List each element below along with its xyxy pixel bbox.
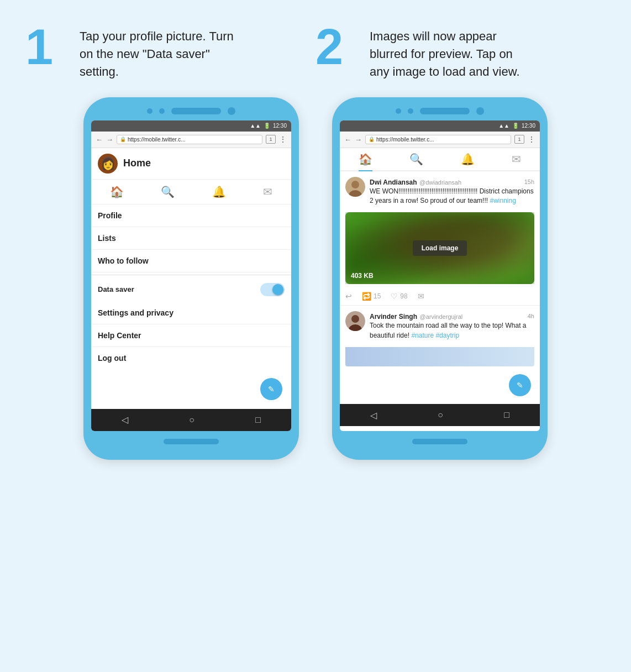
notifications-nav-icon: 🔔 bbox=[461, 153, 475, 166]
svg-point-1 bbox=[351, 181, 359, 188]
share-action[interactable]: ✉ bbox=[418, 292, 424, 301]
image-blur-overlay: Load image bbox=[345, 212, 534, 284]
menu-item-lists[interactable]: Lists bbox=[91, 227, 291, 250]
instruction-block-1: 1 Tap your profile picture. Turn on the … bbox=[25, 22, 316, 81]
nav-home[interactable]: 🏠 bbox=[359, 153, 372, 171]
menu-item-help[interactable]: Help Center bbox=[91, 324, 291, 347]
tweet-1-hashtag[interactable]: #winning bbox=[490, 197, 516, 204]
nav-search[interactable]: 🔍 bbox=[409, 153, 423, 170]
forward-arrow-2[interactable]: → bbox=[355, 135, 362, 144]
phone-2-home-indicator bbox=[412, 439, 467, 444]
phone-2-browser-bar: ← → 🔒 https://mobile.twitter.c... 1 ⋮ bbox=[340, 132, 540, 148]
lock-icon: 🔒 bbox=[120, 136, 126, 142]
phone-1-bottom-nav: ◁ ○ □ bbox=[91, 409, 291, 431]
tweet-2-meta: Arvinder Singh @arvindergujral 4h Took t… bbox=[370, 311, 534, 344]
data-saver-label: Data saver bbox=[98, 285, 134, 293]
tweet-1-meta: Dwi Andiansah @dwiadriansah 15h WE WON!!… bbox=[370, 177, 534, 210]
toggle-knob bbox=[272, 284, 283, 295]
browser-menu-icon[interactable]: ⋮ bbox=[279, 135, 287, 144]
tweet-1-handle: @dwiadriansah bbox=[419, 179, 461, 186]
home-nav-icon: 🏠 bbox=[359, 153, 372, 166]
back-arrow[interactable]: ← bbox=[96, 135, 103, 144]
phone-2-bottom-nav: ◁ ○ □ bbox=[340, 404, 540, 426]
menu-item-settings[interactable]: Settings and privacy bbox=[91, 302, 291, 324]
instruction-block-2: 2 Images will now appear blurred for pre… bbox=[316, 22, 606, 81]
menu-item-profile[interactable]: Profile bbox=[91, 204, 291, 227]
compose-icon-2: ✎ bbox=[517, 381, 523, 390]
share-icon: ✉ bbox=[418, 292, 424, 301]
phones-row: ▲▲ 🔋 12:30 ← → 🔒 https://mobile.twitter.… bbox=[25, 97, 606, 460]
phone-1: ▲▲ 🔋 12:30 ← → 🔒 https://mobile.twitter.… bbox=[83, 97, 299, 460]
compose-fab[interactable]: ✎ bbox=[260, 378, 282, 400]
home-label: Home bbox=[123, 158, 151, 169]
tweet-2-handle: @arvindergujral bbox=[419, 313, 462, 320]
phone-2-top-bar bbox=[340, 107, 540, 115]
menu-divider bbox=[91, 275, 291, 275]
menu-item-who-to-follow[interactable]: Who to follow bbox=[91, 250, 291, 272]
reply-action[interactable]: ↩ bbox=[345, 292, 352, 301]
recents-button[interactable]: □ bbox=[255, 415, 261, 425]
tweet-2-name: Arvinder Singh bbox=[370, 313, 417, 321]
url-text-2: https://mobile.twitter.c... bbox=[376, 136, 434, 143]
nav-icons-row: 🏠 🔍 🔔 ✉ bbox=[91, 180, 291, 204]
like-action[interactable]: ♡ 98 bbox=[391, 292, 407, 301]
compose-icon: ✎ bbox=[268, 385, 275, 393]
notifications-icon[interactable]: 🔔 bbox=[212, 185, 226, 198]
phone-1-speaker bbox=[171, 108, 221, 114]
data-saver-toggle[interactable] bbox=[260, 283, 285, 296]
messages-icon[interactable]: ✉ bbox=[263, 185, 272, 198]
tab-button[interactable]: 1 bbox=[266, 135, 276, 144]
step-text-1: Tap your profile picture. Turn on the ne… bbox=[80, 22, 245, 81]
tweet-1-avatar bbox=[345, 177, 365, 197]
menu-items: Profile Lists Who to follow Data saver S… bbox=[91, 204, 291, 369]
tweet-1: Dwi Andiansah @dwiadriansah 15h WE WON!!… bbox=[340, 171, 540, 306]
tweet-2-time: 4h bbox=[528, 313, 534, 319]
signal-icon-2: ▲▲ bbox=[498, 123, 509, 129]
messages-nav-icon: ✉ bbox=[512, 153, 521, 166]
battery-icon: 🔋 bbox=[264, 123, 270, 129]
forward-arrow[interactable]: → bbox=[106, 135, 113, 144]
step-number-2: 2 bbox=[316, 22, 360, 72]
tweet-2-text: Took the mountain road all the way to th… bbox=[370, 321, 534, 340]
retweet-action[interactable]: 🔁 15 bbox=[362, 292, 381, 301]
compose-fab-2[interactable]: ✎ bbox=[509, 374, 531, 396]
phone-1-dot-left bbox=[147, 108, 153, 114]
back-button-2[interactable]: ◁ bbox=[370, 410, 377, 421]
home-button-2[interactable]: ○ bbox=[438, 410, 443, 420]
recents-button-2[interactable]: □ bbox=[504, 410, 509, 420]
home-button[interactable]: ○ bbox=[189, 415, 194, 425]
svg-point-4 bbox=[351, 315, 359, 323]
tweet-1-image[interactable]: Load image 403 KB bbox=[345, 212, 534, 284]
search-icon[interactable]: 🔍 bbox=[161, 185, 175, 198]
phone-1-status-bar: ▲▲ 🔋 12:30 bbox=[91, 120, 291, 132]
retweet-count: 15 bbox=[374, 292, 381, 300]
instructions-row: 1 Tap your profile picture. Turn on the … bbox=[25, 22, 606, 81]
tweet-2: Arvinder Singh @arvindergujral 4h Took t… bbox=[340, 306, 540, 366]
load-image-button[interactable]: Load image bbox=[413, 240, 467, 256]
nav-messages[interactable]: ✉ bbox=[512, 153, 521, 170]
tweet-2-image-placeholder bbox=[345, 347, 534, 366]
user-avatar[interactable]: 👩 bbox=[98, 154, 118, 174]
tab-button-2[interactable]: 1 bbox=[514, 135, 524, 144]
back-button[interactable]: ◁ bbox=[122, 414, 128, 425]
back-arrow-2[interactable]: ← bbox=[344, 135, 351, 144]
home-icon[interactable]: 🏠 bbox=[110, 185, 124, 198]
lock-icon-2: 🔒 bbox=[369, 136, 375, 142]
tweet-2-hashtags[interactable]: #nature #daytrip bbox=[411, 332, 459, 339]
phone-2-speaker bbox=[420, 108, 470, 114]
url-bar[interactable]: 🔒 https://mobile.twitter.c... bbox=[117, 135, 262, 144]
phone-2-camera bbox=[476, 107, 484, 115]
search-nav-icon: 🔍 bbox=[409, 153, 423, 166]
nav-notifications[interactable]: 🔔 bbox=[461, 153, 475, 170]
sidebar-header: 👩 Home bbox=[91, 148, 291, 180]
browser-menu-icon-2[interactable]: ⋮ bbox=[528, 135, 535, 144]
like-count: 98 bbox=[400, 292, 407, 300]
menu-item-logout[interactable]: Log out bbox=[91, 347, 291, 369]
tweet-2-avatar bbox=[345, 311, 365, 331]
retweet-icon: 🔁 bbox=[362, 292, 371, 301]
phone-1-home-indicator bbox=[164, 439, 219, 444]
step-number-1: 1 bbox=[25, 22, 70, 72]
url-bar-2[interactable]: 🔒 https://mobile.twitter.c... bbox=[365, 135, 511, 144]
status-time: 12:30 bbox=[273, 123, 287, 129]
like-icon: ♡ bbox=[391, 292, 398, 301]
